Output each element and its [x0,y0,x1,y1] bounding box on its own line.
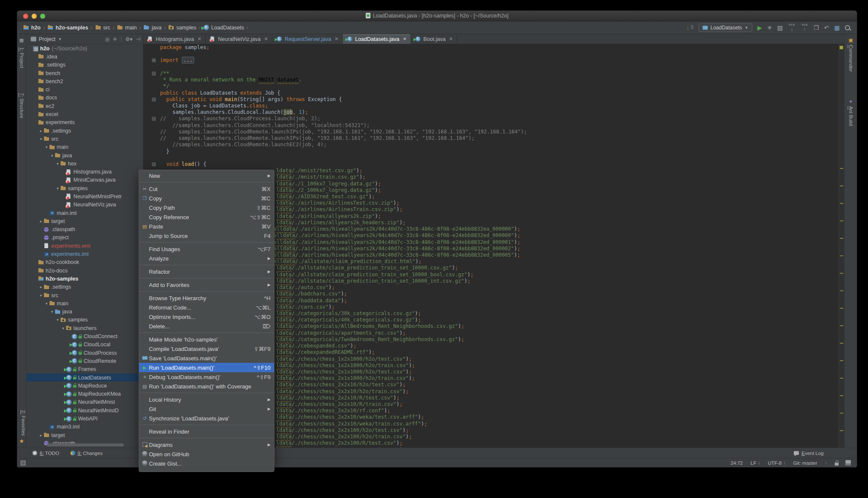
close-icon[interactable]: ✕ [403,36,407,42]
expand-arrow-icon[interactable]: ▸ [38,129,44,133]
collapse-all-icon[interactable]: ✛ [113,36,117,42]
tree-row[interactable]: docs [26,94,143,102]
warning-tick-icon[interactable] [840,343,843,344]
close-icon[interactable]: ✕ [335,36,338,42]
tree-row[interactable]: CloudLocal [26,341,143,349]
breadcrumb-item[interactable]: h2o-samples [47,25,88,31]
fold-collapse-icon[interactable]: - [152,72,156,75]
tool-button-ant-build[interactable]: Ant Build [848,106,853,126]
expand-arrow-icon[interactable]: ▾ [50,153,55,158]
tool-button-event-log[interactable]: Event Log [794,451,824,456]
expand-arrow-icon[interactable]: ▾ [38,293,44,298]
tree-row[interactable]: .settings [26,61,143,69]
tree-row[interactable]: h2o-cookbook [26,258,143,266]
warning-tick-icon[interactable] [840,378,843,379]
settings-gear-icon[interactable]: ⚙▾ [125,36,133,42]
editor-tab[interactable]: LoadDatasets.java✕ [343,34,411,44]
menu-item[interactable]: Reveal in Finder [139,427,274,436]
fold-collapse-icon[interactable]: - [152,162,156,166]
chevron-down-icon[interactable]: ▼ [58,37,62,41]
expand-arrow-icon[interactable]: ▾ [61,326,66,330]
breadcrumb-item[interactable]: java [143,25,161,31]
title-bar[interactable]: LoadDatasets.java - [h2o-samples] - h2o … [17,11,857,21]
tree-row[interactable]: NeuralNetViz.java [26,201,143,209]
expand-arrow-icon[interactable]: ▾ [44,301,49,306]
warning-tick-icon[interactable] [840,238,843,239]
menu-item[interactable]: Jump to SourceF4 [139,231,274,240]
menu-item[interactable]: ▨Run 'LoadDatasets.main()' with Coverage [139,382,274,391]
incoming-changes-icon[interactable] [687,24,693,31]
menu-item[interactable]: Optimize Imports...⌥⌘O [139,312,274,321]
tree-row[interactable]: h2o-samples [26,275,143,283]
search-icon[interactable] [845,25,850,30]
readonly-lock-icon[interactable] [835,460,839,466]
expand-arrow-icon[interactable]: ▾ [55,318,60,322]
tool-button-favorites[interactable]: 2: Favorites [17,410,26,436]
menu-item[interactable]: Local History▶ [139,395,274,404]
menu-item[interactable]: Open on GitHub [139,449,274,459]
tree-row[interactable]: Histograms.java [26,168,143,176]
menu-item[interactable]: New▶ [139,171,274,180]
tree-row[interactable]: ▾samples [26,316,143,324]
menu-item[interactable]: ❐Copy⌘C [139,194,274,203]
breadcrumb-item[interactable]: src [95,25,111,31]
tree-row[interactable]: ▾hex [26,159,143,168]
warning-tick-icon[interactable] [840,168,843,169]
warning-tick-icon[interactable] [840,290,843,291]
tree-row[interactable]: main3.iml [26,423,143,431]
undo-icon[interactable]: ↶ [824,25,829,31]
tree-row[interactable]: h2o-docs [26,266,143,275]
fold-expand-icon[interactable]: + [152,58,156,62]
menu-item[interactable]: Add to Favorites▶ [139,280,274,290]
encoding-selector[interactable]: UTF-8↕ [768,460,786,466]
tree-row[interactable]: .idea [26,52,143,61]
warning-tick-icon[interactable] [840,430,843,431]
menu-item[interactable]: Compile 'LoadDatasets.java'⇧⌘F9 [139,344,274,353]
tree-row[interactable]: ▸target [26,431,143,439]
tree-row[interactable]: LoadDatasets [26,374,143,382]
tree-row[interactable]: ▾main [26,299,143,307]
menu-item[interactable]: Reformat Code...⌥⌘L [139,303,274,312]
tree-row[interactable]: WebAPI [26,414,143,423]
vcs-update-icon[interactable]: VCS↓ [788,24,795,32]
expand-arrow-icon[interactable]: ▾ [55,162,60,166]
close-icon[interactable]: ✕ [264,36,268,42]
tree-row[interactable]: MapReduceKMea [26,390,143,398]
tree-row[interactable]: ▾src [26,291,143,299]
vcs-commit-icon[interactable]: VCS↑ [801,24,808,32]
caret-position[interactable]: 24:72 [731,460,743,466]
expand-arrow-icon[interactable]: ▸ [38,433,44,437]
warning-tick-icon[interactable] [840,325,843,326]
tool-button-todo[interactable]: 6: TODO [32,451,59,456]
line-ending-selector[interactable]: LF↕ [751,460,760,466]
tree-row[interactable]: experiments.iml [26,250,143,258]
warning-tick-icon[interactable] [840,308,843,309]
inspection-indicator-icon[interactable] [839,46,843,49]
menu-item[interactable]: Analyze▶ [139,254,274,263]
expand-arrow-icon[interactable]: ▸ [38,285,44,289]
tree-row[interactable]: ▸.settings [26,283,143,291]
tree-row[interactable]: h2o (~/Source/h2o) [26,44,143,52]
tree-row[interactable]: experiments.eml [26,242,143,250]
debug-button-icon[interactable]: ✳ [767,25,772,31]
tree-row[interactable]: ▸.settings [26,127,143,135]
tree-row[interactable]: ▾java [26,151,143,159]
fold-collapse-icon[interactable]: - [152,98,156,101]
expand-arrow-icon[interactable]: ▾ [50,310,55,314]
tree-row[interactable]: ▸target [26,217,143,225]
menu-item[interactable]: Copy Reference⌥⇧⌘C [139,212,274,222]
tree-row[interactable]: NeuralNetMnistD [26,406,143,414]
menu-item[interactable]: Save 'LoadDatasets.main()' [139,353,274,363]
tree-row[interactable]: MapReduce [26,382,143,390]
tree-row[interactable]: ▾samples [26,184,143,192]
vcs-branch-selector[interactable]: Git: master↕ [793,460,827,466]
tree-row[interactable]: CloudRemote [26,357,143,365]
tree-row[interactable]: bench [26,69,143,77]
warning-tick-icon[interactable] [840,203,843,204]
tool-button-project[interactable]: 1: Project [19,47,24,68]
expand-arrow-icon[interactable]: ▸ [38,219,44,223]
run-configuration-selector[interactable]: LoadDatasets▼ [699,23,752,32]
stripe-toggle-icon[interactable] [20,460,26,466]
menu-item[interactable]: Find Usages⌥F7 [139,244,274,254]
horizontal-scrollbar[interactable] [47,443,124,446]
